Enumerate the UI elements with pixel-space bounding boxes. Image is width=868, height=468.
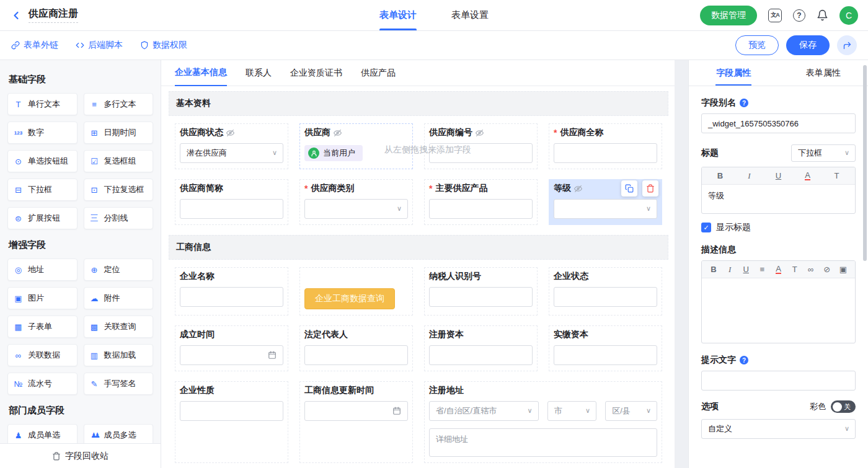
field-legal-person[interactable]: 法定代表人 — [299, 325, 413, 371]
field-tax-no[interactable]: 纳税人识别号 — [424, 267, 538, 316]
preview-button[interactable]: 预览 — [735, 35, 779, 55]
gs-update-time-input[interactable] — [304, 401, 408, 421]
field-supplier-full-name[interactable]: *供应商全称 — [549, 123, 662, 169]
field-supplier-code[interactable]: 供应商编号 — [424, 123, 538, 169]
sidebar-item-data-load[interactable]: ▥数据加载 — [84, 344, 154, 366]
italic-icon[interactable]: I — [735, 172, 764, 180]
sidebar-item-datetime[interactable]: ⊞日期时间 — [84, 121, 154, 144]
field-reg-capital[interactable]: 注册资本 — [424, 325, 538, 371]
tab-form-design[interactable]: 表单设计 — [379, 0, 417, 30]
sidebar-item-linked-data[interactable]: ∞关联数据 — [7, 344, 78, 366]
share-button[interactable] — [837, 35, 857, 55]
sidebar-item-multi-line-text[interactable]: ≡多行文本 — [84, 93, 154, 115]
tab-form-settings[interactable]: 表单设置 — [451, 0, 489, 30]
tab-contacts[interactable]: 联系人 — [246, 68, 272, 86]
sidebar-item-checkbox-group[interactable]: ☑复选框组 — [84, 150, 154, 172]
placeholder-input[interactable] — [701, 371, 856, 391]
font-color-icon[interactable]: A — [805, 171, 810, 180]
supplier-code-input[interactable] — [429, 143, 533, 163]
field-gs-update-time[interactable]: 工商信息更新时间 — [299, 381, 413, 463]
field-grade-selected[interactable]: 等级 — [549, 179, 662, 225]
tax-no-input[interactable] — [429, 287, 533, 307]
sidebar-item-divider[interactable]: 三分割线 — [84, 207, 154, 229]
address-detail-textarea[interactable]: 详细地址 — [429, 428, 657, 457]
form-title[interactable]: 供应商注册 — [29, 7, 78, 23]
field-supplier[interactable]: 供应商 当前用户 — [299, 123, 413, 169]
supplier-short-name-input[interactable] — [180, 199, 283, 219]
copy-field-button[interactable] — [621, 180, 637, 196]
underline-icon[interactable]: U — [764, 172, 793, 180]
show-title-checkbox[interactable] — [701, 223, 711, 232]
sidebar-item-radio-group[interactable]: ⊙单选按钮组 — [7, 150, 78, 172]
sidebar-item-image[interactable]: ▣图片 — [7, 287, 78, 309]
sidebar-item-dropdown[interactable]: ⊟下拉框 — [7, 179, 78, 201]
company-nature-input[interactable] — [180, 401, 283, 421]
sidebar-item-signature[interactable]: ✎手写签名 — [84, 373, 154, 395]
sidebar-item-single-line-text[interactable]: T单行文本 — [7, 93, 78, 115]
translate-icon[interactable]: 文A — [768, 9, 782, 22]
tab-field-properties[interactable]: 字段属性 — [689, 60, 779, 86]
field-establish-date[interactable]: 成立时间 — [175, 325, 288, 371]
sidebar-item-dropdown-multi[interactable]: ⊡下拉复选框 — [84, 179, 154, 201]
establish-date-input[interactable] — [180, 345, 283, 365]
gs-query-button[interactable]: 企业工商数据查询 — [304, 288, 395, 309]
image-icon[interactable]: ▣ — [835, 265, 851, 273]
supplier-status-select[interactable]: 潜在供应商 — [180, 143, 283, 163]
data-manage-button[interactable]: 数据管理 — [700, 6, 757, 25]
province-select[interactable]: 省/自治区/直辖市 — [429, 401, 539, 421]
tab-company-basic-info[interactable]: 企业基本信息 — [175, 67, 227, 86]
sidebar-item-address[interactable]: ◎地址 — [7, 258, 78, 281]
bold-icon[interactable]: B — [706, 265, 722, 273]
main-product-input[interactable] — [429, 199, 533, 219]
help-circle-icon[interactable] — [740, 99, 748, 107]
inspector-scrollbar[interactable] — [863, 65, 867, 261]
field-supplier-category[interactable]: *供应商类别 — [299, 179, 413, 225]
sidebar-item-attachment[interactable]: ☁附件 — [84, 287, 154, 309]
colored-toggle[interactable]: 关 — [831, 400, 856, 413]
backend-script-button[interactable]: 后端脚本 — [76, 40, 123, 51]
font-color-icon[interactable]: A — [776, 265, 781, 274]
field-main-product[interactable]: *主要供应产品 — [424, 179, 538, 225]
save-button[interactable]: 保存 — [786, 35, 830, 55]
italic-icon[interactable]: I — [722, 265, 738, 273]
sidebar-item-location[interactable]: ⊕定位 — [84, 258, 154, 281]
supplier-full-name-input[interactable] — [554, 143, 657, 163]
sidebar-item-extend-button[interactable]: ⊜扩展按钮 — [7, 207, 78, 229]
paid-capital-input[interactable] — [554, 345, 657, 365]
sidebar-item-linked-query[interactable]: ▩关联查询 — [84, 316, 154, 338]
alias-input[interactable]: _widget_1657505350766 — [701, 113, 856, 133]
sidebar-item-subform[interactable]: ▦子表单 — [7, 316, 78, 338]
field-paid-capital[interactable]: 实缴资本 — [549, 325, 662, 371]
options-mode-select[interactable]: 自定义 — [701, 419, 856, 439]
tab-form-properties[interactable]: 表单属性 — [779, 60, 868, 86]
underline-icon[interactable]: U — [738, 265, 754, 273]
field-gs-query[interactable]: 企业工商数据查询 — [299, 267, 413, 316]
help-icon[interactable]: ? — [793, 9, 805, 22]
tab-supply-products[interactable]: 供应产品 — [361, 68, 396, 86]
district-select[interactable]: 区/县 — [605, 401, 657, 421]
field-company-nature[interactable]: 企业性质 — [175, 381, 288, 463]
supplier-category-select[interactable] — [304, 199, 408, 219]
delete-field-button[interactable] — [642, 180, 658, 196]
user-avatar[interactable]: C — [839, 6, 858, 25]
font-size-icon[interactable]: T — [787, 265, 803, 273]
field-company-name[interactable]: 企业名称 — [175, 267, 288, 316]
widget-type-select[interactable]: 下拉框 — [791, 144, 856, 162]
field-supplier-short-name[interactable]: 供应商简称 — [175, 179, 288, 225]
field-reg-address[interactable]: 注册地址 省/自治区/直辖市 市 区/县 详细地址 — [424, 381, 662, 463]
field-recycle-bin[interactable]: 字段回收站 — [0, 443, 161, 468]
data-permission-button[interactable]: 数据权限 — [140, 40, 187, 51]
grade-select[interactable] — [554, 199, 657, 219]
current-user-tag[interactable]: 当前用户 — [304, 145, 363, 161]
notification-bell-icon[interactable] — [817, 9, 828, 21]
external-link-button[interactable]: 表单外链 — [11, 40, 58, 51]
font-size-icon[interactable]: T — [822, 172, 851, 180]
help-circle-icon[interactable] — [740, 356, 748, 364]
reg-capital-input[interactable] — [429, 345, 533, 365]
title-editor-body[interactable]: 等级 — [702, 185, 855, 213]
field-supplier-status[interactable]: 供应商状态 潜在供应商 — [175, 123, 288, 169]
field-company-status[interactable]: 企业状态 — [549, 267, 662, 316]
legal-person-input[interactable] — [304, 345, 408, 365]
bold-icon[interactable]: B — [706, 172, 735, 180]
description-editor-body[interactable] — [702, 278, 855, 343]
